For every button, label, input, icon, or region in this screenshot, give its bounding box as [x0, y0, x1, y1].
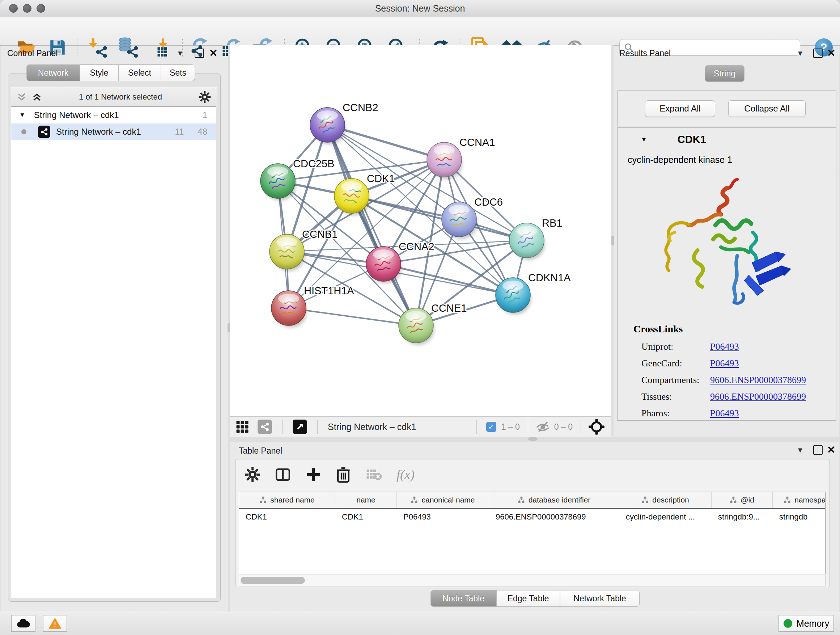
control-panel-title: Control Panel [7, 49, 57, 58]
table-cell[interactable]: stringdb:9... [712, 509, 773, 525]
tab-string[interactable]: String [705, 65, 745, 82]
import-table-icon[interactable] [151, 37, 172, 58]
results-panel-float-icon[interactable] [813, 49, 823, 58]
expand-all-icon[interactable] [32, 92, 42, 103]
tab-network[interactable]: Network [27, 65, 80, 81]
column-header-namespace[interactable]: namespace [773, 492, 826, 508]
cloud-button[interactable] [11, 615, 35, 632]
column-header-description[interactable]: description [619, 492, 712, 508]
column-header-@id[interactable]: @id [712, 492, 773, 508]
network-node-CCNE1[interactable] [399, 308, 434, 345]
table-cell[interactable]: cyclin-dependent ... [619, 509, 712, 525]
table-panel-collapse-icon[interactable]: ▼ [797, 446, 804, 454]
network-node-RB1[interactable] [509, 223, 545, 260]
add-column-icon[interactable] [305, 467, 321, 483]
network-node-HIST1H1A[interactable] [271, 291, 307, 328]
table-panel-title: Table Panel [239, 446, 282, 456]
table-tabs: Node TableEdge TableNetwork Table [431, 590, 639, 607]
network-node-CDC25B[interactable] [261, 164, 296, 201]
table-panel-close-icon[interactable]: ✕ [827, 444, 835, 456]
table-settings-gear-icon[interactable] [245, 467, 261, 483]
tree-column-icon [783, 496, 791, 504]
column-header-shared-name[interactable]: shared name [239, 492, 335, 508]
show-columns-icon[interactable] [275, 467, 291, 483]
disclosure-triangle-icon[interactable]: ▼ [19, 111, 25, 119]
node-label-CDK1: CDK1 [367, 173, 395, 184]
delete-table-icon-disabled [365, 468, 382, 481]
tree-column-icon [518, 496, 525, 504]
tab-network-table[interactable]: Network Table [560, 590, 639, 607]
gene-disclosure-icon[interactable]: ▼ [641, 136, 647, 143]
right-splitter-handle[interactable] [611, 236, 614, 245]
column-header-canonical-name[interactable]: canonical name [397, 492, 489, 508]
delete-column-icon[interactable] [336, 466, 351, 483]
bottom-splitter-handle[interactable] [528, 437, 538, 441]
table-panel-float-icon[interactable] [813, 445, 823, 455]
node-label-CDC6: CDC6 [474, 196, 503, 208]
control-panel-close-icon[interactable]: ✕ [209, 47, 218, 59]
crosslink-link[interactable]: 9606.ENSP00000378699 [710, 375, 806, 386]
table-cell[interactable]: stringdb [773, 509, 826, 525]
svg-text:!: ! [54, 621, 56, 628]
control-panel-collapse-icon[interactable]: ▼ [177, 49, 184, 57]
network-node-count: 11 [175, 127, 184, 137]
network-canvas[interactable]: CCNB2CCNA1CDC25BCDK1CDC6RB1CCNB1CCNA2CDK… [230, 45, 611, 416]
column-header-name[interactable]: name [335, 492, 397, 508]
protein-structure-image [639, 173, 795, 315]
control-panel-float-icon[interactable] [195, 49, 204, 58]
network-share-view-icon[interactable] [257, 420, 272, 434]
expand-all-button[interactable]: Expand All [645, 100, 715, 117]
table-cell[interactable]: P06493 [397, 509, 489, 525]
network-list-header: 1 of 1 Network selected [11, 87, 217, 107]
network-edge-HIST1H1A-CCNE1 [289, 308, 416, 325]
node-label-CCNE1: CCNE1 [431, 302, 467, 314]
tab-node-table[interactable]: Node Table [431, 590, 496, 607]
import-network-file-icon[interactable] [88, 37, 109, 58]
network-node-CCNB1[interactable] [270, 234, 305, 271]
crosslink-link[interactable]: P06493 [710, 358, 739, 369]
grid-view-icon[interactable] [236, 420, 249, 433]
network-tree: ▼ String Network – cdk1 1 String Network… [11, 106, 216, 598]
network-row[interactable]: String Network – cdk1 11 48 [11, 124, 216, 140]
table-cell[interactable]: CDK1 [335, 509, 397, 525]
crosslink-link[interactable]: P06493 [710, 408, 739, 419]
memory-button[interactable]: Memory [778, 615, 834, 632]
center-view-crosshair-icon[interactable] [588, 418, 605, 435]
birds-eye-view-icon[interactable] [293, 420, 307, 434]
tab-select[interactable]: Select [118, 65, 161, 81]
crosslink-link[interactable]: P06493 [710, 341, 739, 352]
scrollbar-thumb[interactable] [240, 577, 305, 584]
check-icon: ✓ [488, 423, 494, 431]
network-node-CDK1[interactable] [334, 179, 370, 215]
selected-nodes-checkbox[interactable]: ✓ [486, 422, 496, 432]
table-cell[interactable]: 9606.ENSP00000378699 [489, 509, 619, 525]
tab-style[interactable]: Style [80, 65, 118, 81]
network-view[interactable]: CCNB2CCNA1CDC25BCDK1CDC6RB1CCNB1CCNA2CDK… [230, 45, 611, 416]
string-network-icon [38, 126, 50, 138]
gene-header-row[interactable]: ▼ CDK1 [617, 128, 836, 151]
table-cell[interactable]: CDK1 [239, 509, 335, 525]
network-collection-row[interactable]: ▼ String Network – cdk1 1 [11, 107, 216, 124]
network-options-gear-icon[interactable] [199, 91, 211, 103]
network-node-CDC6[interactable] [442, 202, 477, 239]
network-node-CDKN1A[interactable] [496, 278, 531, 315]
results-panel-collapse-icon[interactable]: ▼ [797, 49, 804, 57]
collection-label: String Network – cdk1 [34, 110, 119, 120]
collapse-all-button[interactable]: Collapse All [728, 100, 806, 117]
table-row[interactable]: CDK1CDK1P064939606.ENSP00000378699cyclin… [239, 509, 825, 525]
results-panel-title: Results Panel [619, 49, 671, 58]
network-node-CCNA2[interactable] [366, 247, 401, 283]
table-horizontal-scrollbar[interactable] [239, 574, 826, 586]
function-builder-icon-disabled: f(x) [396, 467, 415, 482]
collapse-all-icon[interactable] [16, 92, 27, 103]
tab-edge-table[interactable]: Edge Table [496, 590, 560, 607]
table-header-row: shared namenamecanonical namedatabase id… [239, 492, 825, 509]
network-node-CCNA1[interactable] [427, 142, 462, 179]
warning-button[interactable]: ! [43, 615, 67, 632]
import-network-database-icon[interactable] [118, 37, 139, 58]
crosslink-label: Uniprot: [641, 341, 710, 352]
tab-sets[interactable]: Sets [161, 65, 195, 81]
crosslink-link[interactable]: 9606.ENSP00000378699 [710, 391, 806, 402]
results-panel-close-icon[interactable]: ✕ [827, 47, 835, 59]
column-header-database-identifier[interactable]: database identifier [489, 492, 619, 508]
